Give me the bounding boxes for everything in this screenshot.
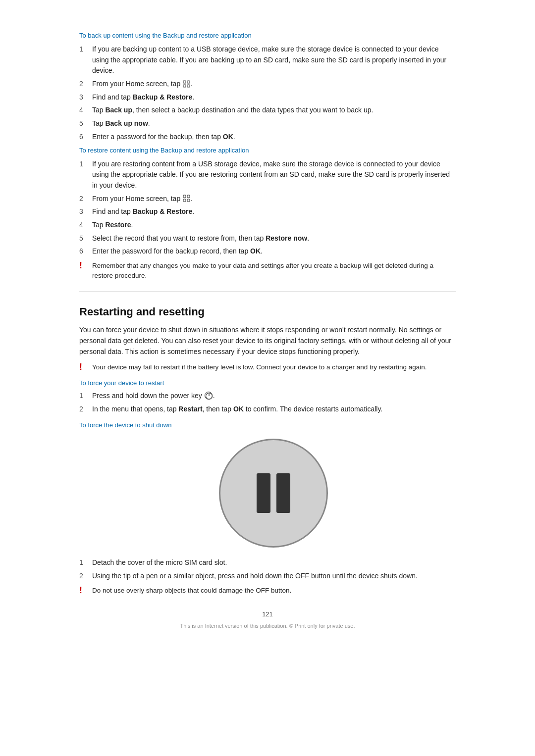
backup-step-3: 3 Find and tap Backup & Restore. [79,92,456,103]
force-shutdown-step-2: 2 Using the tip of a pen or a similar ob… [79,571,456,582]
svg-rect-7 [187,199,190,202]
force-restart-steps-list: 1 Press and hold down the power key . 2 … [79,391,456,414]
backup-step-4: 4 Tap Back up, then select a backup dest… [79,105,456,116]
force-shutdown-step-1: 1 Detach the cover of the micro SIM card… [79,557,456,568]
restarting-intro: You can force your device to shut down i… [79,324,456,357]
svg-rect-2 [183,85,186,87]
shutdown-note: ! Do not use overly sharp objects that c… [79,586,456,596]
backup-heading: To back up content using the Backup and … [79,32,456,39]
force-restart-heading: To force your device to restart [79,379,456,387]
grid-icon [183,80,190,88]
restore-step-4: 4 Tap Restore. [79,220,456,231]
page: To back up content using the Backup and … [0,0,535,756]
backup-step-5: 5 Tap Back up now. [79,118,456,129]
restarting-heading: Restarting and resetting [79,305,456,318]
force-shutdown-steps-list: 1 Detach the cover of the micro SIM card… [79,557,456,581]
svg-rect-0 [183,81,186,83]
svg-rect-6 [183,199,186,202]
svg-rect-1 [187,81,190,83]
restarting-note: ! Your device may fail to restart if the… [79,362,456,372]
pause-icon [257,473,290,513]
note-exclamation-icon-3: ! [79,585,92,596]
power-key-icon [205,392,213,400]
backup-steps-list: 1 If you are backing up content to a USB… [79,44,456,143]
restore-step-2: 2 From your Home screen, tap . [79,194,456,204]
backup-step-2: 2 From your Home screen, tap . [79,79,456,90]
sim-card-image-container [91,439,456,548]
footer-text: This is an Internet version of this publ… [79,623,456,629]
restore-heading: To restore content using the Backup and … [79,147,456,154]
backup-step-6: 6 Enter a password for the backup, then … [79,132,456,143]
force-restart-step-1: 1 Press and hold down the power key . [79,391,456,402]
restore-steps-list: 1 If you are restoring content from a US… [79,159,456,257]
pause-bar-right [276,473,290,513]
note-exclamation-icon: ! [79,260,92,271]
force-shutdown-heading: To force the device to shut down [79,421,456,429]
page-number: 121 [79,610,456,618]
restore-note: ! Remember that any changes you make to … [79,261,456,281]
force-restart-step-2: 2 In the menu that opens, tap Restart, t… [79,404,456,415]
section-divider [79,291,456,292]
pause-bar-left [257,473,270,513]
restore-step-1: 1 If you are restoring content from a US… [79,159,456,191]
backup-step-1: 1 If you are backing up content to a USB… [79,44,456,76]
sim-card-image [219,439,328,548]
restore-step-3: 3 Find and tap Backup & Restore. [79,206,456,217]
svg-rect-3 [187,85,190,87]
note-exclamation-icon-2: ! [79,362,92,372]
grid-icon-2 [183,195,190,202]
restore-step-6: 6 Enter the password for the backup reco… [79,246,456,257]
restore-step-5: 5 Select the record that you want to res… [79,233,456,244]
svg-rect-5 [187,195,190,198]
svg-rect-4 [183,195,186,198]
